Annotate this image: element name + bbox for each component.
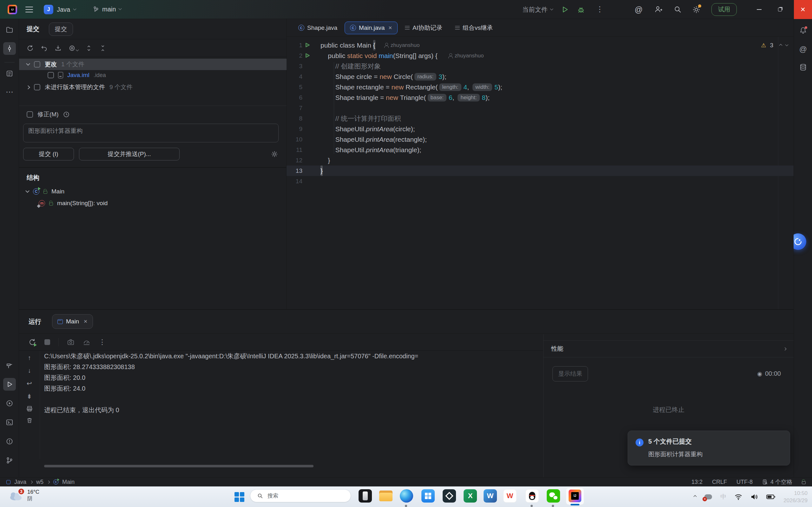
tray-expand-icon[interactable] xyxy=(694,495,697,498)
taskbar-intellij-icon[interactable]: IJ xyxy=(568,489,582,503)
more-options-icon[interactable]: ⋮ xyxy=(99,338,106,346)
commit-tool-icon[interactable] xyxy=(3,42,16,55)
taskbar-clock[interactable]: 10:50 2026/3/29 xyxy=(783,490,808,504)
view-options-icon[interactable] xyxy=(68,45,79,52)
taskbar-qq-icon[interactable] xyxy=(525,489,540,503)
ai-chat-tool-icon[interactable]: @ xyxy=(797,43,809,55)
taskbar-search[interactable]: 搜索 xyxy=(250,489,351,502)
print-icon[interactable] xyxy=(26,405,33,412)
build-tool-icon[interactable] xyxy=(3,359,16,372)
editor-tab-AI协助记录[interactable]: AI协助记录 xyxy=(400,21,448,34)
code-editor[interactable]: 1public class Main {zhuyanshuo2 public s… xyxy=(287,37,794,309)
unversioned-group-row[interactable]: 未进行版本管理的文件 9 个文件 xyxy=(27,83,133,91)
crumb-package[interactable]: w5 xyxy=(36,479,44,486)
minimize-button[interactable] xyxy=(750,0,768,19)
structure-class-row[interactable]: C Main xyxy=(26,188,64,195)
taskbar-wps-icon[interactable]: W xyxy=(503,489,517,503)
close-icon[interactable]: ✕ xyxy=(84,319,88,324)
editor-tab-Shape.java[interactable]: CShape.java xyxy=(293,21,343,34)
trial-badge[interactable]: 试用 xyxy=(711,3,737,16)
changes-group-row[interactable]: 更改 1 个文件 xyxy=(27,60,85,68)
commit-button[interactable]: 提交 (I) xyxy=(23,148,74,160)
more-actions-button[interactable]: ⋮ xyxy=(596,5,604,14)
branch-selector[interactable]: main xyxy=(93,6,121,13)
run-config-selector[interactable]: 当前文件 xyxy=(522,5,553,14)
project-tool-icon[interactable] xyxy=(3,23,16,36)
vcs-tool-icon[interactable] xyxy=(3,454,16,467)
scroll-up-icon[interactable]: ↑ xyxy=(28,354,31,361)
changed-file-row[interactable]: Java.iml .idea xyxy=(48,72,106,79)
close-icon[interactable]: ✕ xyxy=(388,25,392,31)
taskbar-phone-link-icon[interactable] xyxy=(358,489,372,503)
shelve-icon[interactable] xyxy=(55,45,61,52)
structure-method-row[interactable]: m main(String[]): void xyxy=(39,200,108,207)
unlock-icon[interactable] xyxy=(802,481,806,484)
volume-icon[interactable] xyxy=(751,494,758,500)
caret-position[interactable]: 13:2 xyxy=(692,479,703,486)
taskbar-file-explorer-icon[interactable] xyxy=(378,489,393,503)
file-checkbox[interactable] xyxy=(48,72,54,78)
run-line-icon[interactable] xyxy=(305,43,310,48)
show-results-button[interactable]: 显示结果 xyxy=(552,366,588,382)
start-button[interactable] xyxy=(235,492,245,502)
commit-tab[interactable]: 提交 xyxy=(49,22,73,36)
scroll-to-end-icon[interactable]: ⇟ xyxy=(27,393,32,400)
commit-options-gear-icon[interactable] xyxy=(271,150,278,158)
wifi-icon[interactable] xyxy=(734,494,742,500)
history-clock-icon[interactable] xyxy=(63,111,70,118)
collapse-all-icon[interactable] xyxy=(99,45,106,52)
profiler-gauge-icon[interactable] xyxy=(83,338,91,346)
terminal-tool-icon[interactable] xyxy=(3,416,16,429)
debug-button[interactable] xyxy=(577,5,585,14)
taskbar-dark-app-icon[interactable] xyxy=(442,489,457,503)
run-tool-icon[interactable] xyxy=(3,378,16,391)
onedrive-error-icon[interactable] xyxy=(704,494,712,499)
taskbar-store-icon[interactable] xyxy=(421,489,435,503)
ai-assistant-icon[interactable]: @ xyxy=(635,5,643,14)
battery-icon[interactable] xyxy=(766,494,775,500)
notifications-bell-icon[interactable] xyxy=(797,24,809,37)
commit-and-push-button[interactable]: 提交并推送(P)... xyxy=(79,148,180,160)
search-icon[interactable] xyxy=(674,6,681,13)
editor-tab-Main.java[interactable]: CMain.java✕ xyxy=(345,21,398,34)
ime-indicator[interactable]: 中 xyxy=(720,493,726,501)
notification-toast[interactable]: i 5 个文件已提交 图形面积计算器重构 xyxy=(628,431,790,465)
run-tab-main[interactable]: Main ✕ xyxy=(52,314,93,329)
horizontal-scrollbar[interactable] xyxy=(44,465,313,467)
crumb-project[interactable]: Java xyxy=(14,479,26,486)
soft-wrap-icon[interactable]: ↩ xyxy=(27,380,32,387)
commit-message-input[interactable]: 图形面积计算器重构 xyxy=(23,124,278,143)
crumb-class[interactable]: Main xyxy=(62,479,74,486)
structure-tool-icon[interactable] xyxy=(3,67,16,80)
database-tool-icon[interactable] xyxy=(797,61,809,73)
taskbar-excel-icon[interactable]: X xyxy=(463,489,477,503)
encoding[interactable]: UTF-8 xyxy=(737,479,753,486)
run-button[interactable] xyxy=(561,6,569,13)
problems-tool-icon[interactable] xyxy=(3,435,16,448)
expand-all-icon[interactable] xyxy=(85,45,92,52)
close-button[interactable]: ✕ xyxy=(794,0,812,19)
performance-header[interactable]: 性能 xyxy=(544,340,794,357)
settings-gear-icon[interactable] xyxy=(692,6,700,15)
screenshot-icon[interactable] xyxy=(67,338,74,346)
breadcrumb[interactable]: Java w5 C Main xyxy=(6,479,74,486)
more-tools-icon[interactable]: ⋯ xyxy=(3,86,16,98)
restore-button[interactable] xyxy=(771,0,789,19)
services-tool-icon[interactable] xyxy=(3,397,16,410)
unversioned-checkbox[interactable] xyxy=(34,84,40,90)
line-ending[interactable]: CRLF xyxy=(712,479,727,486)
main-menu-button[interactable] xyxy=(26,7,33,12)
changes-checkbox[interactable] xyxy=(34,61,40,67)
taskbar-word-icon[interactable]: W xyxy=(483,489,498,503)
taskbar-weather-widget[interactable]: 3 16°C 阴 xyxy=(8,489,39,502)
file-name[interactable]: Java.iml xyxy=(67,72,90,79)
taskbar-edge-icon[interactable] xyxy=(399,489,414,503)
run-line-icon[interactable] xyxy=(305,53,310,58)
clear-trash-icon[interactable] xyxy=(26,417,33,424)
indent-widget[interactable]: 4 个空格 xyxy=(762,478,792,486)
amend-checkbox[interactable] xyxy=(27,111,33,118)
editor-tab-组合vs继承[interactable]: 组合vs继承 xyxy=(450,21,498,34)
refresh-icon[interactable] xyxy=(27,45,34,52)
rerun-icon[interactable] xyxy=(29,338,36,346)
scroll-down-icon[interactable]: ↓ xyxy=(28,367,31,374)
